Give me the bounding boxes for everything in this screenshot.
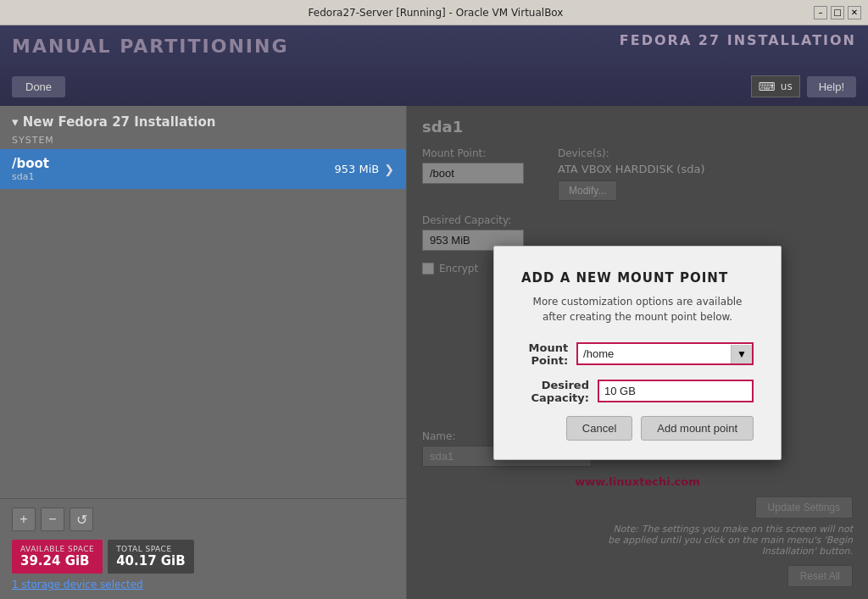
left-bottom: + − ↺ AVAILABLE SPACE 39.24 GiB TOTAL SP… — [0, 498, 406, 599]
modal-overlay: ADD A NEW MOUNT POINT More customization… — [407, 106, 868, 599]
header-left-title: MANUAL PARTITIONING — [12, 32, 288, 57]
modal-add-mount-point-button[interactable]: Add mount point — [641, 416, 754, 441]
available-space-label: AVAILABLE SPACE — [20, 545, 94, 553]
modal-capacity-outer — [598, 380, 754, 402]
storage-device-link[interactable]: 1 storage device selected — [12, 579, 394, 591]
installation-label: ▾ New Fedora 27 Installation — [0, 106, 406, 135]
modal-cancel-button[interactable]: Cancel — [566, 416, 632, 441]
partition-name: /boot — [12, 156, 49, 171]
main-window: MANUAL PARTITIONING FEDORA 27 INSTALLATI… — [0, 25, 868, 599]
partition-size-value: 953 MiB — [335, 163, 380, 175]
available-space-value: 39.24 GiB — [20, 553, 94, 568]
remove-partition-button[interactable]: − — [41, 507, 64, 531]
available-space-box: AVAILABLE SPACE 39.24 GiB — [12, 540, 103, 574]
add-remove-buttons: + − ↺ — [12, 507, 394, 531]
total-space-label: TOTAL SPACE — [116, 545, 186, 553]
modal-buttons: Cancel Add mount point — [521, 416, 754, 441]
window-controls[interactable]: – □ ✕ — [814, 6, 861, 19]
modal-mount-point-wrapper: ▼ — [576, 342, 754, 365]
keyboard-area: ⌨ us Help! — [751, 75, 856, 97]
keyboard-locale: us — [781, 80, 793, 92]
right-panel: sda1 Mount Point: Device(s): ATA VBOX HA… — [407, 106, 868, 599]
space-info: AVAILABLE SPACE 39.24 GiB TOTAL SPACE 40… — [12, 540, 394, 574]
help-button[interactable]: Help! — [807, 76, 856, 97]
modal-dialog: ADD A NEW MOUNT POINT More customization… — [493, 246, 782, 460]
modal-mount-point-dropdown[interactable]: ▼ — [731, 345, 752, 363]
close-button[interactable]: ✕ — [848, 6, 861, 19]
partition-sub: sda1 — [12, 171, 49, 182]
left-spacer — [0, 189, 406, 498]
chevron-right-icon: ❯ — [384, 163, 394, 176]
modal-mount-point-label: Mount Point: — [521, 341, 568, 367]
modal-capacity-row: Desired Capacity: — [521, 379, 754, 404]
system-label: SYSTEM — [0, 135, 406, 149]
titlebar: Fedora27-Server [Running] - Oracle VM Vi… — [0, 0, 868, 25]
keyboard-selector[interactable]: ⌨ us — [751, 75, 800, 97]
keyboard-icon: ⌨ — [759, 80, 776, 93]
add-partition-button[interactable]: + — [12, 507, 36, 531]
partition-item-boot[interactable]: /boot sda1 953 MiB ❯ — [0, 149, 406, 189]
content-area: ▾ New Fedora 27 Installation SYSTEM /boo… — [0, 106, 868, 599]
modal-description: More customization options are available… — [521, 294, 754, 324]
partition-info: /boot sda1 — [12, 156, 49, 182]
modal-desired-capacity-input[interactable] — [598, 380, 754, 402]
total-space-box: TOTAL SPACE 40.17 GiB — [108, 540, 194, 574]
left-panel: ▾ New Fedora 27 Installation SYSTEM /boo… — [0, 106, 407, 599]
modal-desired-capacity-label: Desired Capacity: — [521, 379, 589, 404]
header-right-title: FEDORA 27 INSTALLATION — [620, 32, 856, 48]
refresh-button[interactable]: ↺ — [70, 507, 93, 531]
modal-title: ADD A NEW MOUNT POINT — [521, 270, 754, 286]
modal-mount-point-input[interactable] — [578, 344, 731, 363]
restore-button[interactable]: □ — [831, 6, 844, 19]
modal-mount-point-row: Mount Point: ▼ — [521, 341, 754, 367]
partition-size: 953 MiB ❯ — [335, 163, 394, 176]
window-title: Fedora27-Server [Running] - Oracle VM Vi… — [58, 7, 814, 19]
done-button[interactable]: Done — [12, 76, 65, 97]
minimize-button[interactable]: – — [814, 6, 827, 19]
header-bar: MANUAL PARTITIONING FEDORA 27 INSTALLATI… — [0, 25, 868, 106]
total-space-value: 40.17 GiB — [116, 553, 186, 568]
